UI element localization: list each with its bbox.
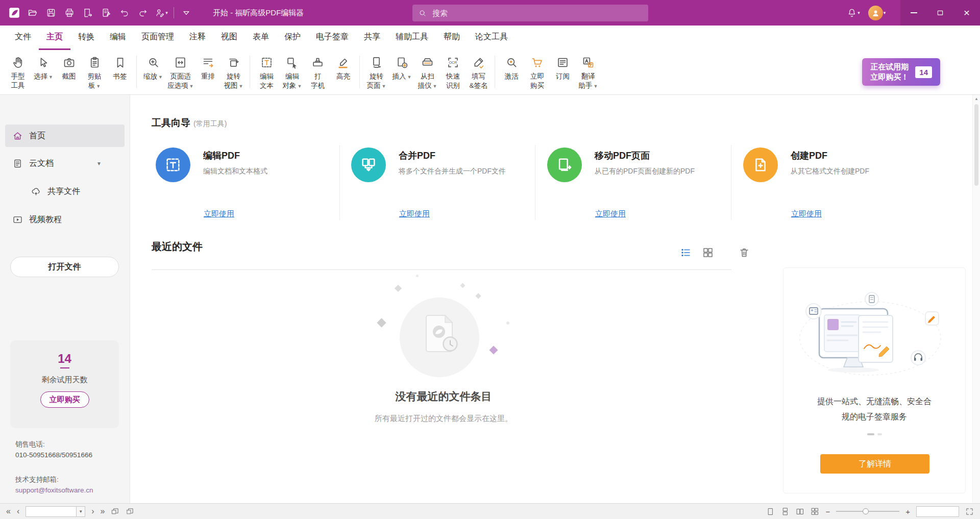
edit-text-button[interactable]: 编辑 文本 [254,55,279,91]
highlight-button[interactable]: 高亮 [330,55,356,82]
rotate-view-button[interactable]: 旋转 视图▼ [220,55,246,91]
dot-decoration [506,322,509,325]
esign-quick-button[interactable]: ▾ [152,3,170,22]
rotate-pages-button[interactable]: 旋转 页面▼ [363,55,389,91]
support-email-link[interactable]: support@foxitsoftware.cn [15,486,93,494]
minimize-button[interactable] [900,0,927,26]
list-view-button[interactable] [680,246,692,259]
menu-paper-tools[interactable]: 论文工具 [468,26,516,50]
page-number-dropdown[interactable]: ▼ [77,506,85,517]
export-pdf-button[interactable] [79,3,97,22]
next-page-button[interactable]: › [91,507,94,515]
facing-view-icon[interactable] [796,507,804,516]
scrollbar[interactable]: ▴ [972,95,980,503]
print-button[interactable] [60,3,79,22]
snapshot-pages-alt-icon[interactable] [126,507,134,516]
edit-object-button[interactable]: 编辑 对象▼ [279,55,305,91]
carousel-dot-active[interactable] [867,433,874,435]
zoom-level-input[interactable] [916,506,959,517]
buy-now-pill-button[interactable]: 立即购买 [40,391,89,408]
snapshot-button[interactable]: 截图 [56,55,82,82]
zoom-out-button[interactable]: − [825,507,830,516]
prev-page-button[interactable]: ‹ [17,507,19,515]
scroll-up-arrow[interactable]: ▴ [973,96,980,101]
chevron-down-icon: ▼ [96,84,101,89]
menu-page-manage[interactable]: 页面管理 [134,26,182,50]
typewriter-button[interactable]: 打 字机 [305,55,330,91]
menu-protect[interactable]: 保护 [277,26,308,50]
continuous-view-icon[interactable] [781,507,790,516]
create-pdf-use-link[interactable]: 立即使用 [791,209,822,219]
single-page-view-icon[interactable] [766,507,775,516]
edit-pdf-use-link[interactable]: 立即使用 [204,209,234,219]
select-button[interactable]: 选择▼ [31,55,56,82]
save-button[interactable] [42,3,60,22]
menu-view[interactable]: 视图 [213,26,245,50]
scrollbar-thumb[interactable] [974,104,978,186]
menu-accessibility[interactable]: 辅助工具 [388,26,436,50]
menu-comment[interactable]: 注释 [182,26,213,50]
share-doc-button[interactable] [97,3,115,22]
menu-file[interactable]: 文件 [7,26,39,50]
fullscreen-icon[interactable] [965,507,974,516]
maximize-restore-button[interactable] [927,0,953,26]
fit-page-options-button[interactable]: 页面适 应选项▼ [166,55,195,91]
sidebar-item-cloud-docs[interactable]: 云文档 ▼ [5,152,125,175]
close-button[interactable]: × [953,0,980,26]
zoom-slider[interactable] [836,508,899,515]
buy-now-button[interactable]: 立即 购买 [524,55,550,91]
zoom-in-button[interactable]: + [905,507,910,516]
sidebar-item-video-tutorials[interactable]: 视频教程 [5,208,125,231]
clear-recent-button[interactable] [738,246,750,259]
translate-assistant-button[interactable]: 翻译 助手▼ [575,55,601,91]
fill-sign-button[interactable]: 填写 &签名 [465,55,491,91]
quick-access-dropdown[interactable] [177,3,195,22]
reflow-button[interactable]: 重排 [195,55,220,82]
open-file-sidebar-button[interactable]: 打开文件 [10,257,119,277]
menu-form[interactable]: 表单 [245,26,277,50]
zoom-button[interactable]: 缩放▼ [140,55,166,82]
first-page-button[interactable]: « [6,507,11,515]
notifications-bell-button[interactable]: ▾ [844,3,863,22]
create-pdf-card-icon[interactable] [743,147,778,182]
account-avatar-button[interactable]: ▾ [863,3,891,22]
sidebar-item-home[interactable]: 首页 [5,125,125,147]
from-scanner-button[interactable]: 从扫 描仪▼ [414,55,440,91]
move-pages-use-link[interactable]: 立即使用 [595,209,626,219]
menu-home[interactable]: 主页 [39,26,70,50]
subscribe-button[interactable]: 订阅 [550,55,575,82]
learn-more-button[interactable]: 了解详情 [820,454,929,474]
chevron-down-icon: ▼ [381,84,386,89]
facing-continuous-view-icon[interactable] [811,507,819,516]
snapshot-pages-icon[interactable] [111,507,119,516]
chevron-down-icon[interactable]: ▼ [96,161,102,166]
merge-pdf-card-icon[interactable] [351,147,386,182]
hand-tool-button[interactable]: 手型 工具 [5,55,31,91]
rotate-view-icon [227,56,240,69]
page-number-input[interactable] [26,506,77,517]
quick-ocr-button[interactable]: OCR 快速 识别 [440,55,465,91]
redo-button[interactable] [134,3,152,22]
insert-button[interactable]: 插入▼ [389,55,414,82]
activate-button[interactable]: 激活 [499,55,524,82]
grid-view-button[interactable] [702,246,714,259]
clipboard-button[interactable]: 剪贴 板▼ [82,55,107,91]
menu-esign[interactable]: 电子签章 [308,26,356,50]
menu-edit[interactable]: 编辑 [102,26,134,50]
undo-button[interactable] [115,3,134,22]
trial-buy-badge[interactable]: 正在试用期 立即购买！ 14 [862,58,940,86]
last-page-button[interactable]: » [101,507,105,515]
sidebar-item-shared-files[interactable]: 共享文件 [5,180,125,203]
carousel-dot[interactable] [877,433,882,435]
search-box[interactable] [412,5,648,21]
menu-convert[interactable]: 转换 [70,26,102,50]
merge-pdf-use-link[interactable]: 立即使用 [399,209,430,219]
menu-help[interactable]: 帮助 [436,26,468,50]
edit-pdf-card-icon[interactable] [156,147,190,182]
open-file-button[interactable] [23,3,42,22]
zoom-slider-thumb[interactable] [863,508,869,514]
menu-share[interactable]: 共享 [356,26,388,50]
move-pages-card-icon[interactable] [547,147,582,182]
bookmark-button[interactable]: 书签 [107,55,133,82]
search-input[interactable] [431,8,642,18]
